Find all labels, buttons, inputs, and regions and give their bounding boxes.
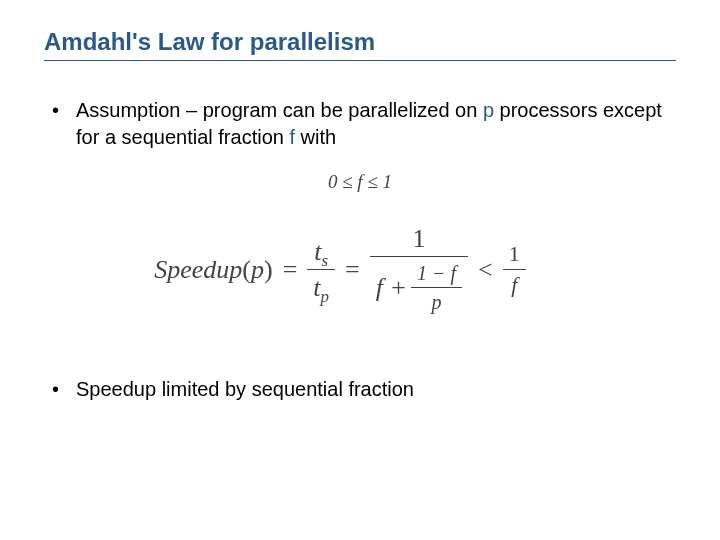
- frac1-den: tp: [307, 272, 335, 303]
- lhs-arg: p: [251, 255, 264, 284]
- frac3-den: f: [505, 272, 523, 298]
- frac3-num: 1: [503, 241, 526, 267]
- slide-title: Amdahl's Law for parallelism: [44, 28, 676, 56]
- frac2-bar: [370, 256, 468, 257]
- lhs-word: Speedup: [154, 255, 242, 284]
- frac2-den-left: f +: [376, 273, 407, 303]
- frac2-den: f + 1 − f p: [370, 259, 468, 316]
- t-sym-num: t: [314, 237, 321, 266]
- formula-constraint: 0 ≤ f ≤ 1: [44, 171, 676, 193]
- bullet-item-2: Speedup limited by sequential fraction: [44, 376, 676, 403]
- lt: <: [478, 255, 493, 285]
- slide: Amdahl's Law for parallelism Assumption …: [0, 0, 720, 540]
- t-sub-s: s: [322, 251, 329, 270]
- bullet1-var-p: p: [483, 99, 494, 121]
- eq2: =: [345, 255, 360, 285]
- t-sym-den: t: [313, 273, 320, 302]
- eq1: =: [283, 255, 298, 285]
- bullet-list: Assumption – program can be parallelized…: [44, 97, 676, 151]
- frac2-inner-bar: [411, 287, 462, 288]
- formula-block: 0 ≤ f ≤ 1 Speedup(p) = ts tp = 1: [44, 171, 676, 316]
- formula-constraint-text: 0 ≤ f ≤ 1: [328, 171, 392, 192]
- frac-1-over-f: 1 f: [503, 241, 526, 299]
- frac2-inner: 1 − f p: [411, 261, 462, 314]
- frac2-inner-den: p: [426, 290, 448, 314]
- bullet1-prefix: Assumption – program can be parallelized…: [76, 99, 483, 121]
- lhs: Speedup(p): [154, 255, 272, 285]
- frac-ts-tp: ts tp: [307, 236, 335, 303]
- frac1-num: ts: [308, 236, 334, 267]
- bullet-list-2: Speedup limited by sequential fraction: [44, 376, 676, 403]
- formula-speedup: Speedup(p) = ts tp = 1 f + 1 − f: [4, 223, 676, 316]
- t-sub-p: p: [321, 287, 329, 306]
- bullet2-text: Speedup limited by sequential fraction: [76, 378, 414, 400]
- spacer: [44, 342, 676, 376]
- frac3-bar: [503, 269, 526, 270]
- frac2-num: 1: [406, 223, 431, 254]
- bullet1-suffix: with: [295, 126, 336, 148]
- bullet-item-1: Assumption – program can be parallelized…: [44, 97, 676, 151]
- frac2-inner-num: 1 − f: [411, 261, 462, 285]
- frac-main: 1 f + 1 − f p: [370, 223, 468, 316]
- title-underline: [44, 60, 676, 61]
